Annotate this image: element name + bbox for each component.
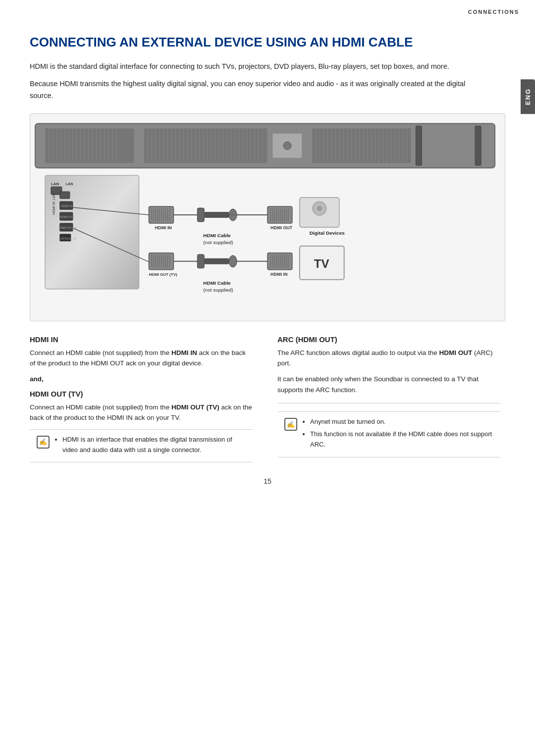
- svg-text:HDMI IN: HDMI IN: [61, 204, 72, 207]
- hdmi-out-tv-prefix: and,: [30, 374, 253, 385]
- hdmi-in-body: Connect an HDMI cable (not supplied) fro…: [30, 348, 253, 369]
- right-note-bullet-2: This function is not available if the HD…: [310, 429, 493, 450]
- svg-rect-56: [312, 128, 411, 163]
- svg-text:OPTICAL IN: OPTICAL IN: [60, 237, 76, 240]
- svg-text:HDMI OUT: HDMI OUT: [270, 225, 293, 230]
- two-column-section: HDMI IN Connect an HDMI cable (not suppl…: [30, 335, 505, 463]
- svg-rect-90: [60, 192, 70, 199]
- right-note-bullet-1: Anynet must be turned on.: [310, 417, 493, 427]
- svg-point-152: [229, 255, 237, 267]
- svg-text:Digital Devices: Digital Devices: [310, 230, 345, 236]
- svg-point-55: [283, 142, 291, 150]
- svg-text:HDMI IN: HDMI IN: [52, 202, 55, 215]
- svg-text:HDMI OUT (TV): HDMI OUT (TV): [149, 272, 177, 277]
- svg-rect-2: [144, 128, 268, 163]
- right-divider: [277, 403, 500, 403]
- arc-body-1: The ARC function allows digital audio to…: [277, 348, 500, 369]
- right-note-content: Anynet must be turned on. This function …: [302, 417, 493, 452]
- hdmi-out-tv-body: Connect an HDMI cable (not supplied) fro…: [30, 402, 253, 423]
- svg-text:(not supplied): (not supplied): [203, 287, 233, 292]
- svg-rect-1: [45, 128, 134, 163]
- section-label: CONNECTIONS: [468, 9, 519, 15]
- svg-text:HDMI Cable: HDMI Cable: [203, 280, 231, 285]
- hdmi-out-tv-title: HDMI OUT (TV): [30, 390, 253, 398]
- language-tab: ENG: [521, 79, 535, 114]
- arc-body-2: It can be enabled only when the Soundbar…: [277, 374, 500, 395]
- left-note-bullet-1: HDMI is an interface that enables the di…: [62, 435, 246, 455]
- page-title: CONNECTING AN EXTERNAL DEVICE USING AN H…: [30, 35, 505, 50]
- page-header: CONNECTIONS: [0, 0, 535, 15]
- connection-diagram: LAN LAN LAN HDMI IN HDMI IN HDMI OUT HDM…: [30, 113, 505, 321]
- svg-text:(not supplied): (not supplied): [203, 240, 233, 245]
- svg-point-135: [317, 206, 322, 211]
- svg-rect-115: [204, 212, 229, 218]
- left-note-box: ✍ HDMI is an interface that enables the …: [30, 429, 253, 463]
- right-note-box: ✍ Anynet must be turned on. This functio…: [277, 411, 500, 457]
- svg-text:HDMI IN: HDMI IN: [270, 272, 287, 277]
- arc-hdmi-out-title: ARC (HDMI OUT): [277, 335, 500, 344]
- svg-text:HDMI IN: HDMI IN: [155, 225, 171, 230]
- page-number: 15: [30, 477, 505, 485]
- right-note-icon: ✍: [284, 418, 297, 431]
- left-column: HDMI IN Connect an HDMI cable (not suppl…: [30, 335, 258, 463]
- svg-text:LAN: LAN: [51, 182, 59, 186]
- intro-para-1: HDMI is the standard digital interface f…: [30, 61, 476, 72]
- svg-rect-82: [416, 126, 422, 165]
- main-content: CONNECTING AN EXTERNAL DEVICE USING AN H…: [0, 15, 535, 505]
- svg-text:TV: TV: [314, 257, 329, 270]
- svg-rect-150: [197, 254, 204, 268]
- right-column: ARC (HDMI OUT) The ARC function allows d…: [277, 335, 505, 463]
- svg-text:LAN: LAN: [52, 193, 55, 200]
- svg-text:HDMI OUT: HDMI OUT: [60, 215, 75, 218]
- hdmi-in-title: HDMI IN: [30, 335, 253, 344]
- svg-text:HDMI Cable: HDMI Cable: [203, 233, 231, 238]
- intro-para-2: Because HDMI transmits the highest ualit…: [30, 78, 476, 101]
- svg-rect-114: [197, 208, 204, 222]
- left-note-icon: ✍: [37, 436, 50, 449]
- svg-text:LAN: LAN: [66, 182, 73, 186]
- left-note-content: HDMI is an interface that enables the di…: [54, 435, 246, 457]
- svg-rect-151: [204, 258, 229, 264]
- svg-rect-83: [475, 126, 481, 165]
